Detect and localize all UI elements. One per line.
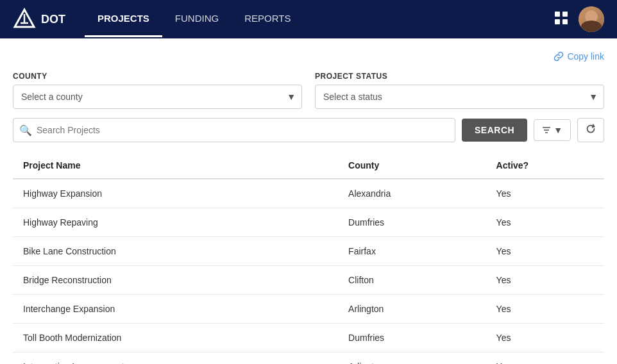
svg-marker-10	[593, 125, 595, 128]
nav-funding[interactable]: FUNDING	[162, 1, 232, 37]
cell-project-name: Bike Lane Construction	[13, 237, 338, 266]
filter-icon	[542, 126, 551, 135]
cell-county: Arlington	[338, 295, 486, 324]
cell-project-name: Interchange Expansion	[13, 295, 338, 324]
search-row: 🔍 SEARCH ▼	[13, 118, 604, 142]
table-row[interactable]: Highway Repaving Dumfries Yes	[13, 208, 604, 237]
svg-rect-4	[562, 12, 568, 17]
cell-active: Yes	[486, 324, 604, 352]
main-content: Copy link COUNTY Select a county ▼ Proje…	[0, 38, 617, 364]
cell-active: Yes	[486, 266, 604, 295]
grid-icon[interactable]	[554, 11, 568, 28]
table-row[interactable]: Intersection Improvement Arlington Yes	[13, 352, 604, 365]
county-select-wrapper: Select a county ▼	[13, 85, 302, 109]
cell-county: Clifton	[338, 266, 486, 295]
cell-active: Yes	[486, 295, 604, 324]
col-header-county: County	[338, 153, 486, 179]
search-input[interactable]	[13, 118, 455, 142]
county-filter-group: COUNTY Select a county ▼	[13, 72, 302, 109]
main-nav: PROJECTS FUNDING REPORTS	[85, 1, 554, 37]
svg-rect-6	[562, 19, 568, 24]
table-row[interactable]: Interchange Expansion Arlington Yes	[13, 295, 604, 324]
status-select-wrapper: Select a status ▼	[315, 85, 604, 109]
cell-project-name: Intersection Improvement	[13, 352, 338, 365]
cell-county: Dumfries	[338, 324, 486, 352]
avatar[interactable]	[579, 6, 604, 32]
cell-project-name: Toll Booth Modernization	[13, 324, 338, 352]
nav-projects[interactable]: PROJECTS	[85, 1, 162, 37]
cell-project-name: Highway Repaving	[13, 208, 338, 237]
cell-county: Fairfax	[338, 237, 486, 266]
dot-logo-icon	[13, 8, 36, 31]
projects-table: Project Name County Active? Highway Expa…	[13, 153, 604, 364]
refresh-icon	[586, 124, 596, 134]
refresh-button[interactable]	[577, 118, 604, 142]
cell-active: Yes	[486, 352, 604, 365]
copy-link-button[interactable]: Copy link	[554, 51, 604, 62]
table-row[interactable]: Highway Expansion Alexandria Yes	[13, 179, 604, 208]
status-select[interactable]: Select a status	[315, 85, 604, 109]
svg-rect-3	[555, 12, 560, 17]
county-select[interactable]: Select a county	[13, 85, 302, 109]
svg-rect-5	[555, 19, 560, 24]
cell-project-name: Highway Expansion	[13, 179, 338, 208]
table-body: Highway Expansion Alexandria Yes Highway…	[13, 179, 604, 364]
copy-link-label: Copy link	[567, 51, 604, 62]
table-row[interactable]: Toll Booth Modernization Dumfries Yes	[13, 324, 604, 352]
search-icon: 🔍	[19, 124, 32, 136]
cell-county: Alexandria	[338, 179, 486, 208]
nav-reports[interactable]: REPORTS	[232, 1, 303, 37]
search-button[interactable]: SEARCH	[462, 119, 527, 142]
logo: DOT	[13, 8, 65, 31]
status-filter-group: Project Status Select a status ▼	[315, 72, 604, 109]
cell-active: Yes	[486, 208, 604, 237]
col-header-name: Project Name	[13, 153, 338, 179]
col-header-active: Active?	[486, 153, 604, 179]
table-row[interactable]: Bike Lane Construction Fairfax Yes	[13, 237, 604, 266]
copy-link-row: Copy link	[13, 51, 604, 62]
county-label: COUNTY	[13, 72, 302, 81]
search-input-wrapper: 🔍	[13, 118, 455, 142]
table-row[interactable]: Bridge Reconstruction Clifton Yes	[13, 266, 604, 295]
filter-dropdown-arrow: ▼	[554, 125, 562, 135]
filters-row: COUNTY Select a county ▼ Project Status …	[13, 72, 604, 109]
filter-button[interactable]: ▼	[534, 119, 571, 141]
cell-county: Arlington	[338, 352, 486, 365]
app-header: DOT PROJECTS FUNDING REPORTS	[0, 0, 617, 38]
cell-active: Yes	[486, 179, 604, 208]
header-right	[554, 6, 604, 32]
status-label: Project Status	[315, 72, 604, 81]
link-icon	[554, 51, 564, 62]
logo-text: DOT	[41, 13, 65, 26]
cell-county: Dumfries	[338, 208, 486, 237]
table-header: Project Name County Active?	[13, 153, 604, 179]
cell-project-name: Bridge Reconstruction	[13, 266, 338, 295]
cell-active: Yes	[486, 237, 604, 266]
